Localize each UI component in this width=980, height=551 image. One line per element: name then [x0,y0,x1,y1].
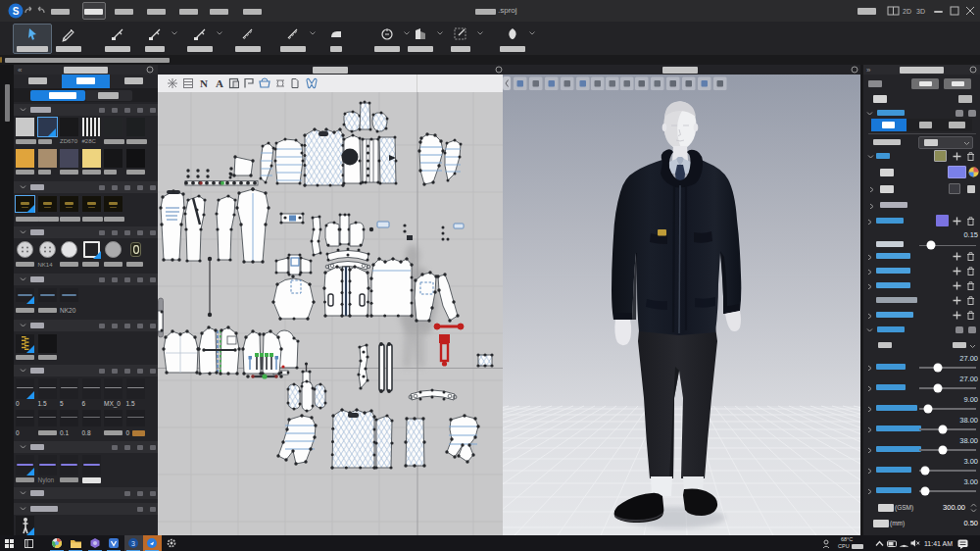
svg-text:A: A [216,77,223,89]
svg-text:N: N [200,77,208,89]
svg-text:S: S [13,6,20,17]
svg-text:3: 3 [131,540,135,547]
